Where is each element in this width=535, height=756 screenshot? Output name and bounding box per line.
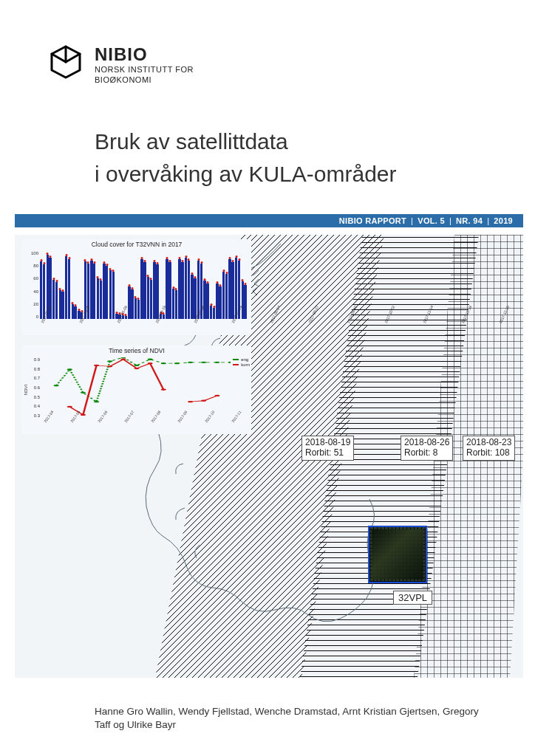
- svg-point-21: [228, 362, 231, 363]
- meta-series: NIBIO RAPPORT: [339, 216, 406, 225]
- swath-label-1: 2018-08-19 Rorbit: 51: [301, 436, 354, 461]
- meta-year: 2019: [494, 216, 513, 225]
- svg-point-28: [148, 362, 153, 364]
- svg-point-25: [107, 365, 112, 367]
- swath1-orbit: Rorbit: 51: [305, 448, 350, 458]
- meta-nr: NR. 94: [456, 216, 483, 225]
- svg-point-23: [81, 414, 86, 416]
- title-line-1: Bruk av satellittdata: [95, 126, 397, 158]
- logo-subtitle-2: BIOØKONOMI: [95, 75, 194, 86]
- swath-label-2: 2018-08-26 Rorbit: 8: [401, 436, 453, 461]
- svg-point-24: [94, 365, 99, 366]
- logo-name: NIBIO: [95, 44, 194, 65]
- swath-label-3: 2018-08-23 Rorbit: 108: [463, 436, 515, 461]
- satellite-thumbnail-icon: [372, 529, 423, 580]
- svg-point-16: [161, 362, 166, 364]
- svg-point-22: [67, 406, 72, 408]
- svg-point-29: [161, 389, 166, 391]
- swath2-date: 2018-08-26: [404, 438, 449, 448]
- swath3-date: 2018-08-23: [466, 438, 511, 448]
- svg-point-31: [201, 400, 206, 402]
- svg-point-15: [148, 359, 153, 360]
- svg-point-18: [188, 362, 193, 363]
- nibio-logo-mark-icon: [47, 44, 84, 81]
- title-line-2: i overvåking av KULA-områder: [95, 158, 397, 190]
- chart2-title: Time series of NDVI: [22, 347, 251, 354]
- chart1-title: Cloud cover for T32VNN in 2017: [22, 241, 251, 248]
- svg-point-17: [174, 362, 180, 364]
- swath3-orbit: Rorbit: 108: [466, 448, 511, 458]
- meta-vol: VOL. 5: [418, 216, 445, 225]
- svg-point-10: [81, 392, 86, 394]
- svg-point-9: [67, 368, 72, 370]
- selected-tile-box: [368, 526, 427, 583]
- svg-point-11: [94, 401, 99, 402]
- report-title: Bruk av satellittdata i overvåking av KU…: [95, 126, 397, 190]
- svg-point-19: [201, 362, 206, 363]
- svg-point-32: [214, 395, 219, 396]
- swath1-date: 2018-08-19: [305, 438, 350, 448]
- report-meta-bar: NIBIO RAPPORT | VOL. 5 | NR. 94 | 2019: [15, 214, 523, 227]
- authors: Hanne Gro Wallin, Wendy Fjellstad, Wench…: [95, 705, 494, 732]
- svg-point-12: [107, 360, 112, 362]
- nibio-logo: NIBIO NORSK INSTITUTT FOR BIOØKONOMI: [47, 44, 194, 86]
- svg-point-20: [214, 362, 219, 363]
- svg-point-30: [188, 401, 193, 402]
- svg-point-14: [134, 365, 139, 366]
- cloud-cover-bar-chart: Cloud cover for T32VNN in 2017 100806040…: [22, 239, 251, 335]
- cover-figure: Cloud cover for T32VNN in 2017 100806040…: [15, 235, 523, 678]
- ndvi-line-chart: Time series of NDVI NDVI 0.90.80.70.60.5…: [22, 346, 251, 434]
- svg-point-8: [54, 385, 59, 386]
- tile-label: 32VPL: [393, 591, 432, 605]
- svg-point-26: [120, 359, 126, 360]
- svg-point-27: [134, 368, 139, 369]
- logo-subtitle-1: NORSK INSTITUTT FOR: [95, 65, 194, 75]
- swath2-orbit: Rorbit: 8: [404, 448, 449, 458]
